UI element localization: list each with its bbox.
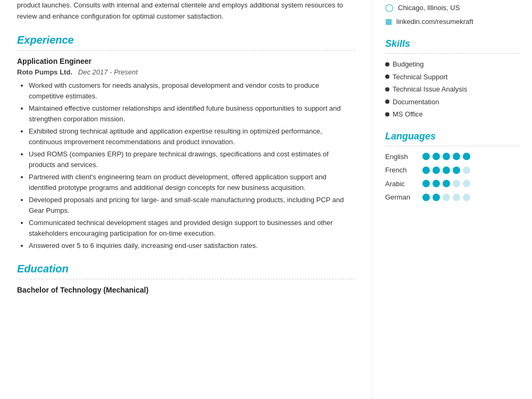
dot: [463, 153, 470, 160]
bullet-item: Exhibited strong technical aptitude and …: [29, 126, 355, 147]
dot: [422, 180, 430, 187]
skill-item: Technical Issue Analysis: [385, 84, 519, 95]
location-icon: ◯: [385, 2, 394, 13]
languages-section: Languages English French: [385, 129, 519, 203]
dot: [453, 153, 460, 160]
company-name: Roto Pumps Ltd.: [17, 68, 72, 76]
language-row-arabic: Arabic: [385, 179, 519, 189]
left-column: product launches. Consults with internal…: [0, 0, 372, 399]
dot: [443, 153, 450, 160]
skills-title: Skills: [385, 37, 519, 51]
language-row-english: English: [385, 152, 519, 162]
languages-title: Languages: [385, 129, 519, 144]
skill-item: Documentation: [385, 97, 519, 107]
dot: [422, 167, 430, 174]
dot: [463, 194, 470, 201]
language-row-german: German: [385, 192, 519, 203]
lang-name-english: English: [385, 152, 422, 162]
location-item: ◯ Chicago, Illinois, US: [385, 2, 519, 13]
experience-section: Experience Application Engineer Roto Pum…: [17, 32, 355, 251]
skill-item: MS Office: [385, 109, 519, 120]
skill-item: Technical Support: [385, 72, 519, 82]
skill-label: MS Office: [393, 109, 423, 120]
dot: [453, 167, 460, 174]
lang-dots-english: [422, 153, 470, 160]
education-section: Education Bachelor of Technology (Mechan…: [17, 261, 355, 296]
language-row-french: French: [385, 165, 519, 176]
lang-name-french: French: [385, 165, 422, 176]
skill-label: Budgeting: [393, 59, 424, 70]
skill-bullet: [385, 99, 389, 104]
contact-section: ◯ Chicago, Illinois, US ▦ linkedin.com/r…: [385, 2, 519, 27]
dot: [433, 167, 440, 174]
dot: [463, 180, 470, 187]
skill-label: Technical Support: [393, 72, 447, 82]
right-column: ◯ Chicago, Illinois, US ▦ linkedin.com/r…: [372, 0, 532, 399]
resume-page: product launches. Consults with internal…: [0, 0, 532, 399]
lang-dots-german: [422, 194, 470, 201]
skill-bullet: [385, 112, 389, 117]
lang-dots-french: [422, 167, 470, 174]
skill-label: Documentation: [393, 97, 439, 107]
education-divider: [17, 279, 355, 279]
job-bullets: Worked with customers for needs analysis…: [17, 80, 355, 251]
education-title: Education: [17, 261, 355, 277]
linkedin-text: linkedin.com/resumekraft: [396, 16, 473, 27]
skills-list: Budgeting Technical Support Technical Is…: [385, 59, 519, 120]
edu-degree: Bachelor of Technology (Mechanical): [17, 285, 355, 296]
job-company-line: Roto Pumps Ltd. Dec 2017 - Present: [17, 67, 355, 78]
languages-divider: [385, 146, 519, 146]
dot: [443, 180, 450, 187]
bullet-item: Used ROMS (companies ERP) to prepare tec…: [29, 149, 355, 170]
location-text: Chicago, Illinois, US: [398, 3, 460, 13]
dot: [453, 180, 460, 187]
experience-title: Experience: [17, 32, 355, 48]
dot: [463, 167, 470, 174]
skills-section: Skills Budgeting Technical Support Techn…: [385, 37, 519, 120]
dot: [433, 194, 440, 201]
dot: [453, 194, 460, 201]
skill-label: Technical Issue Analysis: [393, 84, 467, 95]
job-date: Dec 2017 - Present: [78, 68, 138, 76]
skill-bullet: [385, 62, 389, 66]
experience-divider: [17, 50, 355, 51]
bullet-item: Worked with customers for needs analysis…: [29, 80, 355, 101]
bullet-item: Maintained effective customer relationsh…: [29, 103, 355, 124]
linkedin-icon: ▦: [385, 16, 392, 27]
bullet-item: Partnered with client's engineering team…: [29, 172, 355, 193]
job-entry: Application Engineer Roto Pumps Ltd. Dec…: [17, 56, 355, 251]
lang-name-german: German: [385, 192, 422, 203]
bullet-item: Answered over 5 to 6 inquiries daily, in…: [29, 240, 355, 251]
dot: [422, 194, 430, 201]
dot: [443, 167, 450, 174]
linkedin-item: ▦ linkedin.com/resumekraft: [385, 16, 519, 27]
dot: [443, 194, 450, 201]
dot: [433, 180, 440, 187]
lang-name-arabic: Arabic: [385, 179, 422, 189]
dot: [433, 153, 440, 160]
job-title: Application Engineer: [17, 56, 355, 67]
skills-divider: [385, 53, 519, 54]
skill-bullet: [385, 74, 389, 79]
bullet-item: Developed proposals and pricing for larg…: [29, 195, 355, 215]
bullet-item: Communicated technical development stage…: [29, 218, 355, 238]
lang-dots-arabic: [422, 180, 470, 187]
dot: [422, 153, 430, 160]
skill-bullet: [385, 87, 389, 92]
intro-text: product launches. Consults with internal…: [17, 0, 355, 22]
skill-item: Budgeting: [385, 59, 519, 70]
